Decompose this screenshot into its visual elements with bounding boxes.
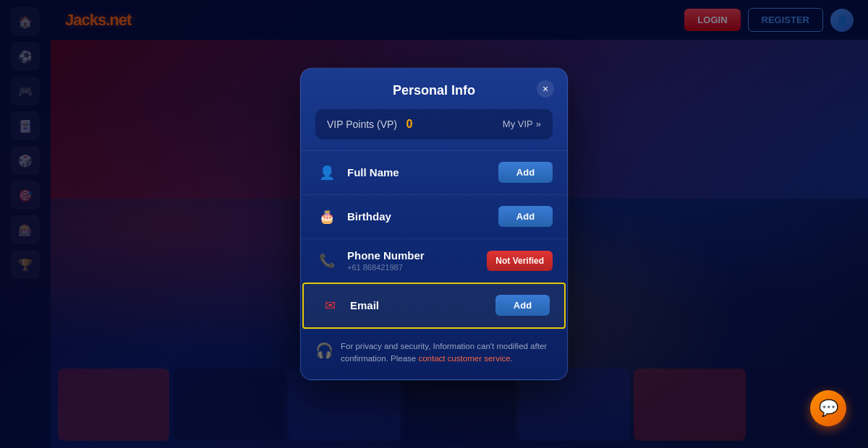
vip-link-label: My VIP [503, 119, 533, 129]
vip-link-arrow: » [536, 119, 541, 129]
phone-sublabel: +61 868421987 [347, 263, 478, 272]
vip-points-value: 0 [406, 118, 412, 130]
phone-not-verified-button[interactable]: Not Verified [487, 251, 553, 271]
email-label: Email [350, 299, 487, 311]
full-name-label-group: Full Name [347, 166, 490, 178]
full-name-add-button[interactable]: Add [498, 162, 553, 183]
birthday-label-group: Birthday [347, 210, 490, 223]
vip-points-label: VIP Points (VP) [327, 119, 397, 130]
vip-bar: VIP Points (VP) 0 My VIP » [315, 109, 553, 139]
modal-title: Personal Info [393, 83, 475, 98]
birthday-add-button[interactable]: Add [498, 206, 553, 227]
email-add-button[interactable]: Add [495, 295, 550, 316]
footer-contact-link[interactable]: contact customer service [418, 354, 510, 363]
modal-close-button[interactable]: × [537, 80, 554, 98]
modal-overlay: Personal Info × VIP Points (VP) 0 My VIP… [0, 0, 868, 448]
birthday-label: Birthday [347, 210, 490, 223]
full-name-row: 👤 Full Name Add [301, 150, 567, 194]
footer-text-after: . [511, 354, 513, 363]
phone-label-group: Phone Number +61 868421987 [347, 249, 478, 272]
email-row: ✉ Email Add [302, 283, 566, 329]
chat-icon: 💬 [819, 399, 838, 418]
modal-header: Personal Info × [301, 69, 567, 109]
vip-link[interactable]: My VIP » [503, 119, 541, 129]
full-name-icon: 👤 [315, 161, 339, 184]
full-name-label: Full Name [347, 166, 490, 178]
support-icon: 🎧 [315, 342, 333, 359]
phone-row: 📞 Phone Number +61 868421987 Not Verifie… [301, 238, 567, 283]
birthday-row: 🎂 Birthday Add [301, 194, 567, 238]
vip-points-section: VIP Points (VP) 0 [327, 118, 412, 131]
footer-text: For privacy and security, Information ca… [341, 340, 553, 366]
personal-info-modal: Personal Info × VIP Points (VP) 0 My VIP… [300, 68, 568, 381]
email-icon: ✉ [318, 294, 341, 317]
phone-label: Phone Number [347, 249, 478, 262]
birthday-icon: 🎂 [315, 205, 339, 228]
modal-footer: 🎧 For privacy and security, Information … [301, 329, 567, 380]
phone-icon: 📞 [315, 249, 339, 272]
email-label-group: Email [350, 299, 487, 311]
chat-fab-button[interactable]: 💬 [810, 390, 846, 426]
